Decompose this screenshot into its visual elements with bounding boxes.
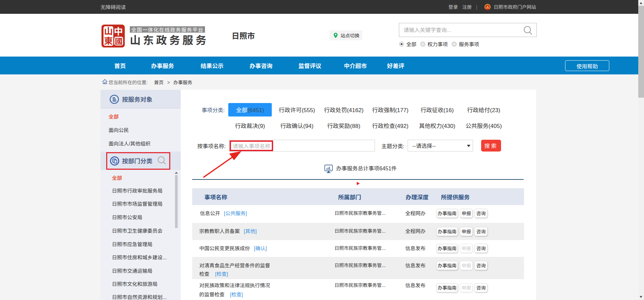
svg-text:東: 東 [104, 34, 113, 46]
svg-text:國: 國 [115, 35, 123, 46]
